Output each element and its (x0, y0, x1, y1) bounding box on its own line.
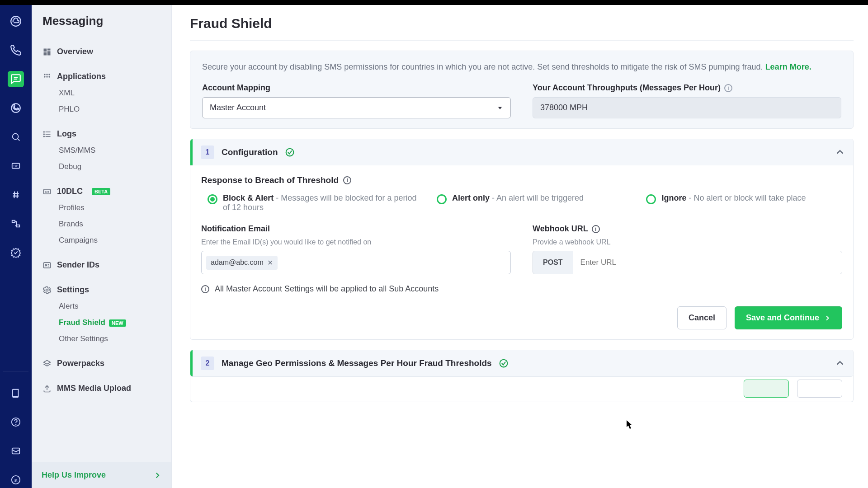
sidebar-item-senderids[interactable]: Sender IDs (38, 257, 165, 273)
sidebar-subitem-debug[interactable]: Debug (57, 159, 165, 175)
sidebar-subitem-smsmms[interactable]: SMS/MMS (57, 142, 165, 159)
sidebar-item-settings[interactable]: Settings (38, 282, 165, 298)
svg-point-28 (48, 76, 50, 77)
webhook-method[interactable]: POST (533, 251, 573, 274)
rail-item-support[interactable] (8, 414, 24, 430)
sidebar-item-applications[interactable]: Applications (38, 68, 165, 85)
radio-block-alert[interactable]: Block & Alert - Messages will be blocked… (208, 193, 423, 212)
step2-body-peek (190, 375, 854, 402)
step-configuration: 1 Configuration Response to Breach of Th… (190, 139, 854, 340)
partial-button[interactable] (797, 380, 842, 398)
sidebar-item-mmsupload[interactable]: MMS Media Upload (38, 380, 165, 397)
rail-item-sip[interactable]: SIP (8, 158, 24, 174)
verify-badge-icon (11, 248, 21, 258)
sidebar-subitem-othersettings[interactable]: Other Settings (57, 331, 165, 347)
select-value: Master Account (210, 103, 266, 113)
svg-point-34 (44, 136, 45, 137)
sidebar-subitem-profiles[interactable]: Profiles (57, 200, 165, 216)
chevron-right-icon (824, 314, 831, 322)
step-title: Configuration (222, 147, 278, 157)
rail-item-lookup[interactable] (8, 129, 24, 145)
step2-header[interactable]: 2 Manage Geo Permissions & Messages Per … (190, 350, 853, 376)
rail-item-feedback[interactable] (8, 443, 24, 459)
info-icon[interactable]: i (724, 84, 732, 92)
sidebar-subitem-fraudshield[interactable]: Fraud ShieldNEW (57, 314, 165, 331)
svg-point-4 (13, 134, 19, 140)
chat-icon (10, 73, 22, 85)
rail-item-flow[interactable] (8, 216, 24, 232)
sidebar-subitem-alerts[interactable]: Alerts (57, 298, 165, 314)
account-mapping-select[interactable]: Master Account (202, 97, 511, 118)
sidebar-subitem-brands[interactable]: Brands (57, 216, 165, 232)
rail-item-messaging[interactable] (8, 71, 24, 87)
sidebar-subitem-campaigns[interactable]: Campaigns (57, 232, 165, 249)
sidebar-label: Overview (57, 47, 93, 56)
rail-item-verify[interactable] (8, 244, 24, 261)
book-icon (11, 388, 21, 398)
sidebar-item-overview[interactable]: Overview (38, 43, 165, 60)
sidebar-item-logs[interactable]: Logs (38, 126, 165, 142)
info-icon[interactable]: i (592, 225, 600, 233)
svg-point-46 (500, 360, 507, 367)
grid-icon (42, 72, 52, 81)
radio-dot-icon (646, 194, 656, 204)
sidebar-subitem-phlo[interactable]: PHLO (57, 101, 165, 117)
info-icon[interactable]: i (343, 176, 351, 184)
rail-item-voice[interactable] (8, 42, 24, 58)
sidebar-item-10dlc[interactable]: 123 10DLC BETA (38, 183, 165, 200)
flow-icon (11, 219, 21, 229)
radio-alert-only[interactable]: Alert only - An alert will be triggered (437, 193, 633, 212)
sub-account-note: i All Master Account Settings will be ap… (201, 284, 842, 294)
save-continue-button[interactable]: Save and Continue (735, 306, 842, 329)
step-number: 1 (201, 145, 214, 159)
step1-header[interactable]: 1 Configuration (190, 139, 853, 165)
svg-point-24 (46, 74, 47, 75)
partial-button[interactable] (744, 380, 789, 398)
step-geo-thresholds: 2 Manage Geo Permissions & Messages Per … (190, 350, 854, 377)
sidebar-label: MMS Media Upload (57, 384, 131, 393)
rail-item-whatsapp[interactable] (8, 100, 24, 116)
throughput-value: 378000 MPH (533, 97, 841, 118)
dashboard-icon (42, 47, 52, 56)
cancel-button[interactable]: Cancel (677, 306, 726, 329)
svg-line-5 (18, 139, 20, 141)
sidebar-label: 10DLC (57, 187, 83, 196)
svg-rect-13 (17, 225, 19, 227)
svg-rect-22 (44, 52, 47, 55)
webhook-url-input[interactable] (573, 251, 842, 274)
svg-point-27 (46, 76, 47, 77)
help-us-improve[interactable]: Help Us Improve (32, 462, 171, 488)
rail-item-home[interactable] (8, 13, 24, 29)
sidebar-item-powerpacks[interactable]: Powerpacks (38, 355, 165, 372)
rail-item-status[interactable]: st (8, 472, 24, 488)
sidebar-subitem-xml[interactable]: XML (57, 85, 165, 101)
inbox-icon (11, 446, 21, 456)
svg-point-32 (44, 131, 45, 132)
new-badge: NEW (109, 319, 126, 327)
sidebar-label: Applications (57, 72, 106, 81)
step-number: 2 (201, 357, 214, 370)
primary-nav-rail: SIP st (0, 5, 32, 488)
sidebar-label: Settings (57, 285, 89, 295)
sidebar-title: Messaging (32, 14, 171, 35)
beta-badge: BETA (92, 188, 110, 195)
notification-email-field: Notification Email Enter the Email ID(s)… (201, 224, 511, 274)
learn-more-link[interactable]: Learn More. (765, 62, 811, 71)
help-circle-icon (11, 417, 21, 427)
list-icon (42, 130, 52, 139)
phone-icon (10, 44, 22, 56)
window-titlebar (0, 0, 868, 5)
webhook-help: Provide a webhook URL (533, 238, 842, 246)
info-icon: i (201, 285, 209, 293)
rail-item-numbers[interactable] (8, 187, 24, 203)
email-input[interactable]: adam@abc.com ✕ (201, 251, 511, 274)
remove-chip-icon[interactable]: ✕ (267, 258, 273, 267)
sidebar-nav: Overview Applications XML PHLO Logs (32, 35, 171, 397)
rail-item-docs[interactable] (8, 385, 24, 401)
status-icon: st (11, 475, 21, 485)
svg-point-15 (16, 424, 16, 425)
svg-point-41 (46, 289, 48, 291)
email-help: Enter the Email ID(s) you would like to … (201, 238, 511, 246)
radio-ignore[interactable]: Ignore - No alert or block will take pla… (646, 193, 842, 212)
svg-text:123: 123 (45, 190, 49, 193)
